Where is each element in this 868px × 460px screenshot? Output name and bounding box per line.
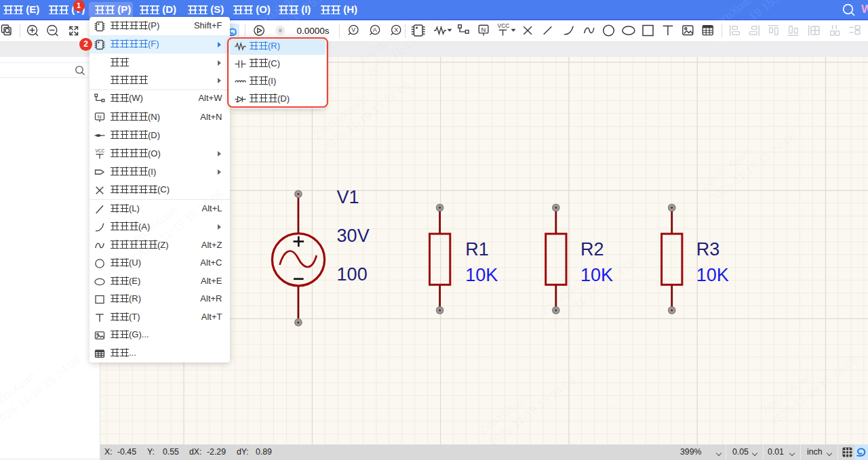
svg-text:30V: 30V — [337, 226, 370, 246]
svg-text:N: N — [97, 114, 101, 120]
svg-text:R2: R2 — [580, 239, 604, 259]
svg-text:N: N — [481, 26, 486, 33]
svg-text:R1: R1 — [465, 239, 489, 259]
svg-text:10K: 10K — [696, 265, 729, 285]
svg-text:A: A — [373, 26, 377, 33]
svg-text:X: X — [394, 26, 398, 33]
svg-text:100: 100 — [337, 264, 368, 285]
svg-text:VCC: VCC — [95, 148, 104, 153]
svg-text:0.0000s: 0.0000s — [297, 26, 330, 36]
svg-text:R3: R3 — [696, 239, 720, 259]
svg-text:10K: 10K — [465, 265, 498, 285]
svg-text:VCC: VCC — [498, 22, 510, 29]
svg-text:V1: V1 — [337, 187, 359, 207]
svg-text:V: V — [351, 26, 355, 33]
svg-text:10K: 10K — [580, 265, 613, 285]
